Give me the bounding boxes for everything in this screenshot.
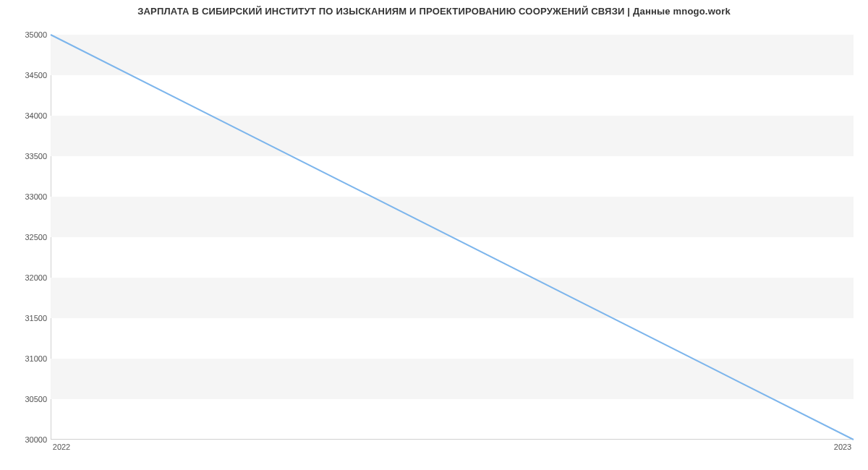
y-tick-label: 35000 xyxy=(4,30,47,39)
y-tick-label: 32000 xyxy=(4,273,47,282)
y-tick-label: 31500 xyxy=(4,314,47,322)
y-tick-label: 30500 xyxy=(4,395,47,403)
y-tick-label: 34500 xyxy=(4,71,47,80)
x-tick-label: 2023 xyxy=(834,443,851,451)
y-tick-label: 32500 xyxy=(4,233,47,242)
y-tick-label: 33500 xyxy=(4,152,47,161)
chart-title: ЗАРПЛАТА В СИБИРСКИЙ ИНСТИТУТ ПО ИЗЫСКАН… xyxy=(0,6,868,17)
x-tick-label: 2022 xyxy=(53,443,70,451)
y-tick-label: 34000 xyxy=(4,111,47,120)
chart-line-svg xyxy=(51,35,854,440)
y-tick-label: 33000 xyxy=(4,192,47,201)
y-tick-label: 30000 xyxy=(4,435,47,444)
y-tick-label: 31000 xyxy=(4,354,47,363)
data-series-line xyxy=(51,35,854,440)
